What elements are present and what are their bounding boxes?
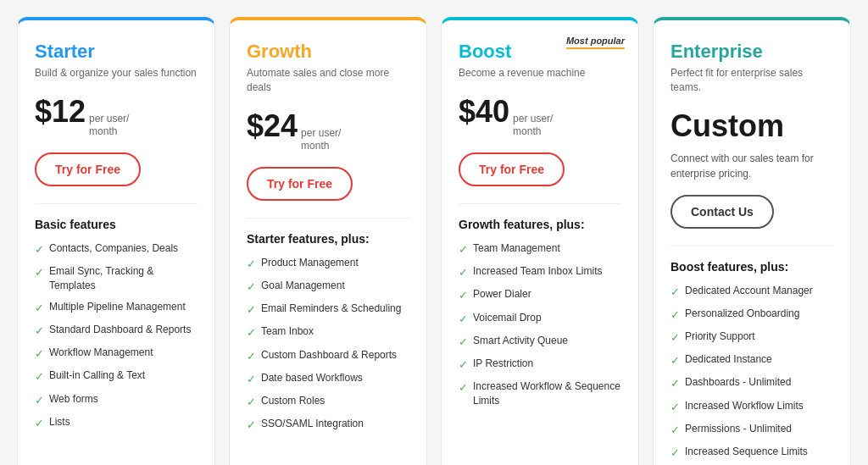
feature-text: IP Restriction xyxy=(473,357,533,371)
feature-list: ✓ Contacts, Companies, Deals ✓ Email Syn… xyxy=(35,241,198,431)
feature-item: ✓ Power Dialer xyxy=(459,287,621,303)
pricing-card-growth: Growth Automate sales and close more dea… xyxy=(229,17,427,465)
check-icon: ✓ xyxy=(247,372,256,387)
feature-list: ✓ Product Management ✓ Goal Management ✓… xyxy=(247,256,409,434)
feature-item: ✓ Dashboards - Unlimited xyxy=(670,375,833,391)
feature-item: ✓ Email Reminders & Scheduling xyxy=(247,302,409,318)
feature-item: ✓ Team Inbox xyxy=(247,324,409,340)
check-icon: ✓ xyxy=(670,330,680,346)
check-icon: ✓ xyxy=(670,376,680,391)
feature-text: Increased Workflow & Sequence Limits xyxy=(473,379,621,408)
features-heading: Boost features, plus: xyxy=(670,260,833,274)
feature-text: Increased Team Inbox Limits xyxy=(473,264,603,279)
feature-item: ✓ Increased Workflow Limits xyxy=(670,399,833,415)
price-amount: $24 xyxy=(247,108,298,144)
check-icon: ✓ xyxy=(459,357,468,373)
feature-text: Date based Workflows xyxy=(261,371,363,385)
feature-list: ✓ Dedicated Account Manager ✓ Personaliz… xyxy=(670,284,833,462)
feature-text: Product Management xyxy=(261,256,359,270)
feature-text: Increased Workflow Limits xyxy=(685,399,804,413)
feature-text: Multiple Pipeline Management xyxy=(49,300,186,314)
feature-text: Standard Dashboard & Reports xyxy=(49,323,191,337)
feature-item: ✓ Smart Activity Queue xyxy=(459,334,621,350)
features-heading: Starter features, plus: xyxy=(247,232,409,246)
check-icon: ✓ xyxy=(459,312,468,327)
check-icon: ✓ xyxy=(459,242,468,257)
feature-text: Goal Management xyxy=(261,279,345,293)
plan-tagline: Build & organize your sales function xyxy=(35,66,198,80)
feature-item: ✓ Goal Management xyxy=(247,279,409,295)
feature-item: ✓ Permissions - Unlimited xyxy=(670,422,833,438)
divider xyxy=(35,203,198,204)
feature-text: Lists xyxy=(49,415,70,429)
features-heading: Basic features xyxy=(35,218,198,231)
feature-item: ✓ Increased Sequence Limits xyxy=(670,445,833,461)
cta-button[interactable]: Try for Free xyxy=(35,152,141,186)
feature-text: Personalized Onboarding xyxy=(685,307,799,321)
check-icon: ✓ xyxy=(670,423,680,438)
cta-button[interactable]: Try for Free xyxy=(459,152,565,186)
price-row: $24 per user/month xyxy=(247,108,409,153)
price-amount: $40 xyxy=(459,94,509,130)
check-icon: ✓ xyxy=(670,446,680,461)
check-icon: ✓ xyxy=(35,346,44,362)
check-icon: ✓ xyxy=(35,393,44,408)
check-icon: ✓ xyxy=(35,301,44,316)
check-icon: ✓ xyxy=(459,380,468,396)
feature-text: Increased Sequence Limits xyxy=(685,445,808,459)
check-icon: ✓ xyxy=(247,302,256,318)
plan-name: Starter xyxy=(35,41,198,63)
feature-item: ✓ Standard Dashboard & Reports xyxy=(35,323,198,339)
pricing-container: Starter Build & organize your sales func… xyxy=(17,17,851,465)
divider xyxy=(247,218,409,219)
most-popular-badge: Most popular xyxy=(566,36,625,49)
check-icon: ✓ xyxy=(35,369,44,385)
feature-item: ✓ Web forms xyxy=(35,392,198,408)
feature-item: ✓ Personalized Onboarding xyxy=(670,307,833,323)
cta-button[interactable]: Try for Free xyxy=(247,167,353,201)
feature-text: SSO/SAML Integration xyxy=(261,417,364,431)
price-custom: Custom xyxy=(670,108,833,144)
feature-item: ✓ Increased Workflow & Sequence Limits xyxy=(459,379,621,408)
check-icon: ✓ xyxy=(670,353,680,368)
feature-list: ✓ Team Management ✓ Increased Team Inbox… xyxy=(459,241,621,408)
feature-text: Smart Activity Queue xyxy=(473,334,568,348)
feature-item: ✓ Dedicated Account Manager xyxy=(670,284,833,300)
features-heading: Growth features, plus: xyxy=(459,218,621,231)
feature-text: Custom Dashboard & Reports xyxy=(261,348,397,363)
pricing-card-enterprise: Enterprise Perfect fit for enterprise sa… xyxy=(653,17,851,465)
check-icon: ✓ xyxy=(459,335,468,350)
custom-desc: Connect with our sales team for enterpri… xyxy=(670,151,833,181)
divider xyxy=(459,203,621,204)
feature-text: Team Management xyxy=(473,241,560,256)
feature-text: Contacts, Companies, Deals xyxy=(49,241,178,256)
divider xyxy=(670,246,833,246)
plan-tagline: Become a revenue machine xyxy=(459,66,621,80)
feature-item: ✓ Workflow Management xyxy=(35,346,198,362)
check-icon: ✓ xyxy=(247,418,256,433)
price-row: $40 per user/month xyxy=(459,94,621,139)
feature-text: Dedicated Account Manager xyxy=(685,284,813,298)
feature-text: Dedicated Instance xyxy=(685,352,772,367)
feature-text: Team Inbox xyxy=(261,324,314,339)
check-icon: ✓ xyxy=(247,325,256,340)
check-icon: ✓ xyxy=(670,307,680,323)
check-icon: ✓ xyxy=(35,242,44,257)
check-icon: ✓ xyxy=(247,257,256,272)
cta-button[interactable]: Contact Us xyxy=(670,195,774,229)
feature-item: ✓ SSO/SAML Integration xyxy=(247,417,409,433)
price-unit: per user/month xyxy=(513,113,553,139)
check-icon: ✓ xyxy=(459,265,468,280)
feature-item: ✓ Date based Workflows xyxy=(247,371,409,387)
feature-item: ✓ Contacts, Companies, Deals xyxy=(35,241,198,257)
feature-text: Email Reminders & Scheduling xyxy=(261,302,401,316)
feature-item: ✓ Priority Support xyxy=(670,329,833,346)
feature-item: ✓ Product Management xyxy=(247,256,409,272)
check-icon: ✓ xyxy=(247,280,256,295)
pricing-card-boost: Most popular Boost Become a revenue mach… xyxy=(441,17,639,465)
check-icon: ✓ xyxy=(459,288,468,303)
feature-item: ✓ Email Sync, Tracking & Templates xyxy=(35,264,198,293)
feature-item: ✓ Voicemail Drop xyxy=(459,311,621,327)
feature-text: Priority Support xyxy=(685,329,755,344)
feature-item: ✓ Dedicated Instance xyxy=(670,352,833,368)
